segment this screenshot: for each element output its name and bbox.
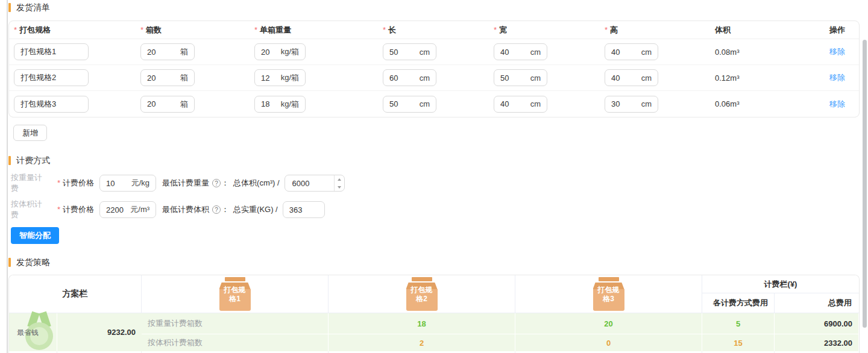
- unit-label: kg/箱: [281, 99, 299, 110]
- width-value[interactable]: [500, 73, 527, 83]
- spec-name-input[interactable]: [14, 69, 89, 86]
- spec-name-value[interactable]: [20, 73, 82, 83]
- spec-name-input[interactable]: [14, 96, 89, 113]
- spec-column-header: 打包规格2: [329, 275, 515, 313]
- billing-row-volume: 按体积计费 计费价格 元/m³ 最低计费体积 ? ： 总实重(KG) /: [8, 201, 860, 218]
- billing-row-weight: 按重量计费 计费价格 元/kg 最低计费重量 ? ： 总体积(cm³) /: [8, 175, 860, 192]
- unit-weight-value[interactable]: [261, 73, 277, 83]
- strategy-value: 18: [329, 313, 515, 334]
- unit-label: cm: [530, 73, 541, 83]
- plan-badge: 最省钱: [17, 327, 39, 337]
- box-count-input[interactable]: 箱: [140, 96, 195, 113]
- length-value[interactable]: [389, 99, 416, 108]
- stepper-up-icon[interactable]: [335, 175, 344, 183]
- formula-label: 总体积(cm³) /: [233, 178, 280, 189]
- height-value[interactable]: [611, 99, 638, 108]
- remove-link[interactable]: 移除: [829, 99, 845, 108]
- spec-name-input[interactable]: [14, 43, 89, 60]
- section-accent-bar: [8, 3, 11, 12]
- vertical-scrollbar[interactable]: [863, 40, 867, 328]
- strategy-value: 0: [515, 334, 702, 351]
- width-input[interactable]: cm: [494, 43, 547, 60]
- unit-weight-input[interactable]: kg/箱: [254, 96, 306, 113]
- box-count-value[interactable]: [147, 48, 177, 57]
- volume-value: 0.06m³: [710, 99, 825, 108]
- method-fee: 2332.00: [775, 334, 859, 351]
- plan-medal-cell: 最省钱: [9, 313, 57, 351]
- unit-weight-value[interactable]: [261, 99, 277, 108]
- section-title-billing: 计费方式: [8, 155, 860, 166]
- col-header-width: 宽: [489, 25, 600, 36]
- billing-mode-label: 按重量计费: [11, 172, 49, 194]
- strategy-row-label: 按体积计费箱数: [142, 334, 329, 351]
- width-value[interactable]: [500, 99, 527, 108]
- divisor-value[interactable]: [285, 179, 334, 188]
- height-input[interactable]: cm: [605, 43, 658, 60]
- list-row: 箱 kg/箱 cm cm cm 0.08m³ 移除: [9, 39, 859, 65]
- volume-value: 0.12m³: [710, 73, 825, 83]
- price-input[interactable]: 元/m³: [99, 201, 156, 218]
- length-input[interactable]: cm: [383, 96, 436, 113]
- spec-name-value[interactable]: [20, 48, 82, 57]
- billing-mode-label: 按体积计费: [11, 199, 49, 220]
- col-header-qty: 箱数: [136, 25, 250, 36]
- length-value[interactable]: [389, 73, 416, 83]
- package-label: 打包规格3: [595, 286, 623, 304]
- remove-link[interactable]: 移除: [829, 73, 845, 82]
- package-icon: 打包规格1: [219, 277, 251, 311]
- height-value[interactable]: [611, 73, 638, 83]
- width-value[interactable]: [500, 48, 527, 57]
- unit-weight-input[interactable]: kg/箱: [254, 69, 306, 86]
- strategy-table-header: 方案栏 打包规格1 打包规格2 打包规格3 计费: [9, 275, 859, 313]
- width-input[interactable]: cm: [494, 96, 547, 113]
- height-value[interactable]: [611, 48, 638, 57]
- number-stepper[interactable]: [334, 175, 344, 191]
- length-input[interactable]: cm: [383, 43, 436, 60]
- stepper-down-icon[interactable]: [335, 183, 344, 191]
- add-row-button[interactable]: 新增: [13, 125, 47, 141]
- length-value[interactable]: [389, 48, 416, 57]
- package-label: 打包规格1: [221, 286, 249, 304]
- remove-link[interactable]: 移除: [829, 47, 845, 56]
- box-count-input[interactable]: 箱: [140, 69, 195, 86]
- plan-column-header: 方案栏: [9, 275, 142, 313]
- help-icon[interactable]: ?: [212, 179, 221, 187]
- unit-label: cm: [420, 73, 430, 83]
- strategy-value: 5: [702, 313, 775, 334]
- unit-label: cm: [530, 48, 541, 57]
- shipping-list-table: 打包规格 箱数 单箱重量 长 宽 高 体积 操作 箱 kg/箱 cm cm cm…: [8, 20, 860, 117]
- col-header-length: 长: [378, 25, 489, 36]
- length-input[interactable]: cm: [383, 69, 436, 86]
- height-input[interactable]: cm: [605, 96, 658, 113]
- fee-group-header: 计费栏(¥): [702, 275, 859, 293]
- smart-allocate-button[interactable]: 智能分配: [11, 227, 59, 244]
- formula-label: 总实重(KG) /: [233, 204, 278, 215]
- volume-value: 0.08m³: [710, 48, 825, 57]
- price-value[interactable]: [106, 179, 128, 188]
- unit-label: cm: [420, 48, 430, 57]
- unit-weight-input[interactable]: kg/箱: [254, 43, 306, 60]
- shipping-list-header: 打包规格 箱数 单箱重量 长 宽 高 体积 操作: [9, 21, 859, 39]
- price-input[interactable]: 元/kg: [99, 175, 156, 192]
- divisor-input[interactable]: [285, 175, 345, 192]
- unit-label: kg/箱: [281, 46, 299, 57]
- box-count-input[interactable]: 箱: [140, 43, 195, 60]
- col-header-spec: 打包规格: [9, 25, 136, 36]
- help-icon[interactable]: ?: [212, 205, 221, 214]
- height-input[interactable]: cm: [605, 69, 658, 86]
- col-header-height: 高: [600, 25, 710, 36]
- spec-name-value[interactable]: [20, 99, 82, 108]
- unit-label: cm: [641, 48, 652, 57]
- unit-label: cm: [530, 99, 541, 108]
- box-count-value[interactable]: [147, 73, 177, 83]
- method-fee: 6900.00: [775, 313, 859, 334]
- price-value[interactable]: [106, 205, 127, 214]
- unit-weight-value[interactable]: [261, 48, 277, 57]
- section-accent-bar: [8, 156, 11, 165]
- divisor-value[interactable]: [283, 205, 324, 214]
- width-input[interactable]: cm: [494, 69, 547, 86]
- box-count-value[interactable]: [147, 99, 177, 108]
- total-fee: 9232.00: [57, 313, 142, 351]
- divisor-input[interactable]: [283, 201, 325, 218]
- list-row: 箱 kg/箱 cm cm cm 0.12m³ 移除: [9, 65, 859, 91]
